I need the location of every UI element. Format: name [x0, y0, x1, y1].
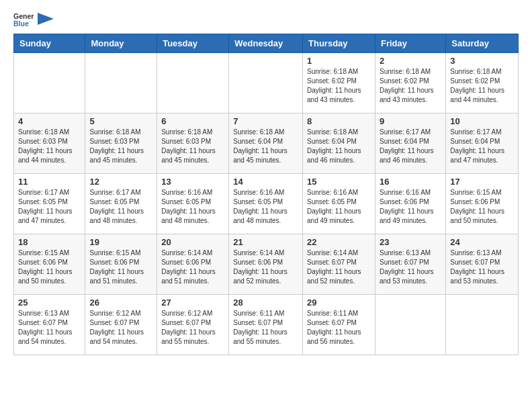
- week-row-3: 11Sunrise: 6:17 AM Sunset: 6:05 PM Dayli…: [14, 174, 519, 234]
- day-info: Sunrise: 6:17 AM Sunset: 6:05 PM Dayligh…: [89, 188, 152, 226]
- day-cell: 5Sunrise: 6:18 AM Sunset: 6:03 PM Daylig…: [85, 113, 157, 174]
- day-info: Sunrise: 6:12 AM Sunset: 6:07 PM Dayligh…: [89, 309, 152, 347]
- day-number: 22: [307, 237, 371, 247]
- day-info: Sunrise: 6:16 AM Sunset: 6:05 PM Dayligh…: [161, 188, 224, 226]
- day-number: 6: [161, 116, 224, 126]
- day-cell: 2Sunrise: 6:18 AM Sunset: 6:02 PM Daylig…: [375, 53, 445, 113]
- day-info: Sunrise: 6:13 AM Sunset: 6:07 PM Dayligh…: [380, 248, 441, 286]
- page-header: General Blue: [13, 11, 519, 27]
- day-number: 21: [233, 237, 298, 247]
- day-info: Sunrise: 6:15 AM Sunset: 6:06 PM Dayligh…: [450, 188, 514, 226]
- day-cell: 6Sunrise: 6:18 AM Sunset: 6:03 PM Daylig…: [157, 113, 229, 174]
- day-number: 27: [161, 298, 224, 308]
- flag-icon: [36, 11, 55, 26]
- day-info: Sunrise: 6:18 AM Sunset: 6:02 PM Dayligh…: [450, 67, 514, 105]
- column-header-wednesday: Wednesday: [229, 34, 303, 53]
- day-number: 18: [18, 237, 81, 247]
- day-cell: 3Sunrise: 6:18 AM Sunset: 6:02 PM Daylig…: [446, 53, 519, 113]
- day-cell: 29Sunrise: 6:11 AM Sunset: 6:07 PM Dayli…: [303, 295, 375, 355]
- day-info: Sunrise: 6:18 AM Sunset: 6:03 PM Dayligh…: [161, 128, 224, 165]
- day-info: Sunrise: 6:17 AM Sunset: 6:04 PM Dayligh…: [450, 128, 514, 165]
- day-number: 24: [450, 237, 514, 247]
- day-cell: [85, 53, 157, 113]
- day-number: 7: [233, 116, 298, 126]
- day-info: Sunrise: 6:14 AM Sunset: 6:06 PM Dayligh…: [161, 248, 224, 286]
- day-info: Sunrise: 6:18 AM Sunset: 6:02 PM Dayligh…: [380, 67, 441, 105]
- svg-marker-2: [38, 13, 54, 25]
- week-row-5: 25Sunrise: 6:13 AM Sunset: 6:07 PM Dayli…: [14, 295, 519, 355]
- logo: General Blue: [13, 11, 55, 27]
- day-info: Sunrise: 6:11 AM Sunset: 6:07 PM Dayligh…: [233, 309, 298, 347]
- day-number: 3: [450, 56, 514, 66]
- day-info: Sunrise: 6:16 AM Sunset: 6:05 PM Dayligh…: [307, 188, 371, 226]
- week-row-4: 18Sunrise: 6:15 AM Sunset: 6:06 PM Dayli…: [14, 234, 519, 295]
- day-number: 20: [161, 237, 224, 247]
- day-number: 16: [380, 177, 441, 187]
- column-header-monday: Monday: [85, 34, 157, 53]
- day-number: 1: [307, 56, 371, 66]
- day-cell: 14Sunrise: 6:16 AM Sunset: 6:05 PM Dayli…: [229, 174, 303, 234]
- day-number: 12: [89, 177, 152, 187]
- day-info: Sunrise: 6:13 AM Sunset: 6:07 PM Dayligh…: [450, 248, 514, 286]
- calendar-header: SundayMondayTuesdayWednesdayThursdayFrid…: [14, 34, 519, 53]
- day-cell: [446, 295, 519, 355]
- day-info: Sunrise: 6:15 AM Sunset: 6:06 PM Dayligh…: [89, 248, 152, 286]
- day-info: Sunrise: 6:16 AM Sunset: 6:06 PM Dayligh…: [380, 188, 441, 226]
- logo-icon: General Blue: [13, 11, 34, 27]
- day-number: 4: [18, 116, 81, 126]
- day-cell: 17Sunrise: 6:15 AM Sunset: 6:06 PM Dayli…: [446, 174, 519, 234]
- day-number: 29: [307, 298, 371, 308]
- day-info: Sunrise: 6:17 AM Sunset: 6:05 PM Dayligh…: [18, 188, 81, 226]
- column-header-thursday: Thursday: [303, 34, 375, 53]
- day-info: Sunrise: 6:14 AM Sunset: 6:06 PM Dayligh…: [233, 248, 298, 286]
- day-number: 15: [307, 177, 371, 187]
- day-cell: 21Sunrise: 6:14 AM Sunset: 6:06 PM Dayli…: [229, 234, 303, 295]
- day-number: 13: [161, 177, 224, 187]
- day-cell: 27Sunrise: 6:12 AM Sunset: 6:07 PM Dayli…: [157, 295, 229, 355]
- week-row-1: 1Sunrise: 6:18 AM Sunset: 6:02 PM Daylig…: [14, 53, 519, 113]
- day-number: 10: [450, 116, 514, 126]
- header-row: SundayMondayTuesdayWednesdayThursdayFrid…: [14, 34, 519, 53]
- day-info: Sunrise: 6:13 AM Sunset: 6:07 PM Dayligh…: [18, 309, 81, 347]
- day-info: Sunrise: 6:18 AM Sunset: 6:02 PM Dayligh…: [307, 67, 371, 105]
- column-header-tuesday: Tuesday: [157, 34, 229, 53]
- day-cell: 10Sunrise: 6:17 AM Sunset: 6:04 PM Dayli…: [446, 113, 519, 174]
- svg-text:Blue: Blue: [13, 19, 29, 28]
- column-header-sunday: Sunday: [14, 34, 85, 53]
- day-number: 8: [307, 116, 371, 126]
- day-cell: 9Sunrise: 6:17 AM Sunset: 6:04 PM Daylig…: [375, 113, 445, 174]
- day-number: 25: [18, 298, 81, 308]
- day-cell: 1Sunrise: 6:18 AM Sunset: 6:02 PM Daylig…: [303, 53, 375, 113]
- day-cell: 22Sunrise: 6:14 AM Sunset: 6:07 PM Dayli…: [303, 234, 375, 295]
- day-info: Sunrise: 6:16 AM Sunset: 6:05 PM Dayligh…: [233, 188, 298, 226]
- day-cell: 25Sunrise: 6:13 AM Sunset: 6:07 PM Dayli…: [14, 295, 85, 355]
- day-cell: 26Sunrise: 6:12 AM Sunset: 6:07 PM Dayli…: [85, 295, 157, 355]
- day-cell: 19Sunrise: 6:15 AM Sunset: 6:06 PM Dayli…: [85, 234, 157, 295]
- day-cell: [229, 53, 303, 113]
- day-cell: 7Sunrise: 6:18 AM Sunset: 6:04 PM Daylig…: [229, 113, 303, 174]
- day-info: Sunrise: 6:18 AM Sunset: 6:03 PM Dayligh…: [18, 128, 81, 165]
- day-number: 23: [380, 237, 441, 247]
- day-info: Sunrise: 6:14 AM Sunset: 6:07 PM Dayligh…: [307, 248, 371, 286]
- column-header-friday: Friday: [375, 34, 445, 53]
- day-info: Sunrise: 6:11 AM Sunset: 6:07 PM Dayligh…: [307, 309, 371, 347]
- day-number: 28: [233, 298, 298, 308]
- day-number: 14: [233, 177, 298, 187]
- day-number: 26: [89, 298, 152, 308]
- day-cell: 16Sunrise: 6:16 AM Sunset: 6:06 PM Dayli…: [375, 174, 445, 234]
- day-number: 19: [89, 237, 152, 247]
- day-cell: 13Sunrise: 6:16 AM Sunset: 6:05 PM Dayli…: [157, 174, 229, 234]
- day-cell: [14, 53, 85, 113]
- day-cell: 4Sunrise: 6:18 AM Sunset: 6:03 PM Daylig…: [14, 113, 85, 174]
- day-cell: 28Sunrise: 6:11 AM Sunset: 6:07 PM Dayli…: [229, 295, 303, 355]
- day-number: 9: [380, 116, 441, 126]
- day-info: Sunrise: 6:17 AM Sunset: 6:04 PM Dayligh…: [380, 128, 441, 165]
- day-info: Sunrise: 6:15 AM Sunset: 6:06 PM Dayligh…: [18, 248, 81, 286]
- day-number: 17: [450, 177, 514, 187]
- day-cell: 11Sunrise: 6:17 AM Sunset: 6:05 PM Dayli…: [14, 174, 85, 234]
- day-cell: 20Sunrise: 6:14 AM Sunset: 6:06 PM Dayli…: [157, 234, 229, 295]
- day-number: 2: [380, 56, 441, 66]
- calendar-body: 1Sunrise: 6:18 AM Sunset: 6:02 PM Daylig…: [14, 53, 519, 355]
- day-cell: 23Sunrise: 6:13 AM Sunset: 6:07 PM Dayli…: [375, 234, 445, 295]
- day-cell: 15Sunrise: 6:16 AM Sunset: 6:05 PM Dayli…: [303, 174, 375, 234]
